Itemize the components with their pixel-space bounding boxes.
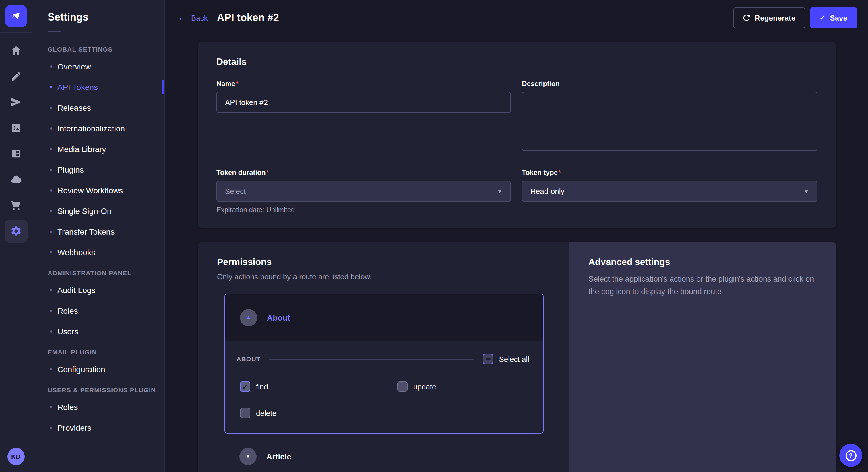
sidebar-item-internationalization[interactable]: Internationalization	[32, 118, 164, 139]
home-nav-button[interactable]	[4, 39, 27, 62]
icon-rail: KD	[0, 0, 32, 472]
bullet-icon	[50, 169, 52, 171]
sidebar-item-transfer-tokens[interactable]: Transfer Tokens	[32, 222, 164, 242]
back-link[interactable]: ← Back	[177, 13, 208, 22]
layout-nav-button[interactable]	[4, 142, 27, 165]
name-input[interactable]	[216, 92, 511, 113]
description-textarea[interactable]	[522, 92, 817, 151]
page-title: API token #2	[217, 12, 279, 24]
paper-plane-icon	[10, 96, 22, 108]
sidebar-item-overview[interactable]: Overview	[32, 56, 164, 77]
expand-accordion-button[interactable]: ▼	[239, 448, 257, 465]
sidebar-item-audit-logs[interactable]: Audit Logs	[32, 280, 164, 301]
sidebar-item-label: Users	[57, 327, 79, 336]
gear-nav-button[interactable]	[4, 220, 27, 243]
avatar[interactable]: KD	[7, 448, 24, 465]
sidebar-item-single-sign-on[interactable]: Single Sign-On	[32, 201, 164, 222]
bullet-icon	[50, 310, 52, 312]
sidebar-item-label: Webhooks	[57, 248, 95, 257]
token-duration-label: Token duration*	[216, 169, 511, 177]
details-card: Details Name* Description Token duration…	[198, 42, 836, 228]
permission-actions-grid: ✓findupdatedelete	[237, 381, 529, 418]
sidebar-item-roles[interactable]: Roles	[32, 301, 164, 321]
media-nav-button[interactable]	[4, 116, 27, 139]
checkbox-label: find	[256, 382, 268, 391]
sidebar-item-review-workflows[interactable]: Review Workflows	[32, 180, 164, 201]
rail-icon-list	[4, 39, 27, 243]
sidebar-item-providers[interactable]: Providers	[32, 417, 164, 438]
gear-icon	[10, 225, 22, 237]
bullet-icon	[50, 65, 52, 68]
expiration-hint: Expiration date: Unlimited	[216, 206, 511, 214]
description-field-group: Description	[522, 80, 817, 153]
app-window: KD Settings GLOBAL SETTINGSOverviewAPI T…	[0, 0, 868, 472]
sidebar-item-label: Audit Logs	[57, 285, 95, 295]
strapi-logo-icon[interactable]	[5, 5, 27, 27]
cloud-nav-button[interactable]	[4, 168, 27, 191]
permissions-title: Permissions	[217, 257, 551, 267]
find-checkbox[interactable]: ✓	[240, 381, 250, 392]
save-button[interactable]: ✓ Save	[810, 7, 857, 28]
update-checkbox[interactable]	[397, 381, 408, 392]
refresh-icon	[743, 14, 750, 22]
token-type-select[interactable]: Read-only ▼	[522, 181, 817, 202]
about-accordion-body: ABOUT Select all ✓findupdatedelete	[225, 341, 543, 433]
sidebar-section: USERS & PERMISSIONS PLUGINRolesProviders	[32, 386, 164, 438]
sidebar-item-api-tokens[interactable]: API Tokens	[32, 77, 164, 98]
sidebar-item-webhooks[interactable]: Webhooks	[32, 242, 164, 263]
pen-icon	[10, 71, 22, 82]
select-all-checkbox[interactable]	[483, 354, 493, 364]
back-arrow-icon: ←	[177, 13, 187, 22]
sidebar-item-roles[interactable]: Roles	[32, 397, 164, 417]
sidebar-section-label: EMAIL PLUGIN	[48, 349, 164, 356]
delete-checkbox[interactable]	[240, 408, 250, 418]
help-button[interactable]: ?	[839, 444, 862, 467]
bullet-icon	[50, 86, 52, 88]
bullet-icon	[50, 289, 52, 291]
bullet-icon	[50, 127, 52, 130]
logo-container	[0, 0, 32, 33]
details-title: Details	[216, 57, 817, 67]
required-asterisk: *	[558, 169, 561, 177]
rail-bottom: KD	[0, 440, 32, 472]
bullet-icon	[50, 189, 52, 192]
sidebar-item-users[interactable]: Users	[32, 321, 164, 342]
topbar-actions: Regenerate ✓ Save	[733, 7, 857, 28]
sidebar-item-configuration[interactable]: Configuration	[32, 359, 164, 380]
cart-nav-button[interactable]	[4, 194, 27, 217]
cart-icon	[10, 200, 22, 211]
collapse-accordion-button[interactable]: ▲	[240, 309, 257, 326]
about-accordion-header[interactable]: ▲ About	[225, 294, 543, 341]
pen-nav-button[interactable]	[4, 65, 27, 88]
bullet-icon	[50, 148, 52, 150]
sidebar-item-label: Releases	[57, 103, 91, 112]
required-asterisk: *	[267, 169, 269, 177]
token-duration-select[interactable]: Select ▼	[216, 181, 511, 202]
bullet-icon	[50, 368, 52, 370]
sidebar-item-plugins[interactable]: Plugins	[32, 160, 164, 180]
regenerate-button[interactable]: Regenerate	[733, 7, 805, 28]
checkbox-label: delete	[256, 409, 276, 417]
sidebar-section-label: ADMINISTRATION PANEL	[48, 270, 164, 276]
sidebar-item-label: Transfer Tokens	[57, 227, 115, 236]
article-accordion-title: Article	[267, 452, 291, 461]
paper-plane-nav-button[interactable]	[4, 91, 27, 113]
permission-action-update: update	[397, 381, 529, 392]
sidebar-item-label: Providers	[57, 423, 91, 432]
bullet-icon	[50, 427, 52, 429]
sidebar-section-label: USERS & PERMISSIONS PLUGIN	[48, 386, 164, 394]
permission-action-find: ✓find	[240, 381, 397, 392]
token-type-value: Read-only	[530, 187, 565, 196]
name-label: Name*	[216, 80, 511, 88]
permissions-subtitle: Only actions bound by a route are listed…	[217, 272, 551, 281]
sidebar-item-releases[interactable]: Releases	[32, 98, 164, 118]
name-field-group: Name*	[216, 80, 511, 113]
layout-icon	[10, 148, 22, 160]
bullet-icon	[50, 231, 52, 233]
sidebar-section-label: GLOBAL SETTINGS	[48, 46, 164, 53]
token-type-label: Token type*	[522, 169, 817, 177]
article-accordion-row[interactable]: ▼ Article	[224, 448, 551, 465]
about-accordion-title: About	[267, 313, 290, 322]
sidebar-item-media-library[interactable]: Media Library	[32, 139, 164, 160]
chevron-down-icon: ▼	[245, 454, 251, 459]
